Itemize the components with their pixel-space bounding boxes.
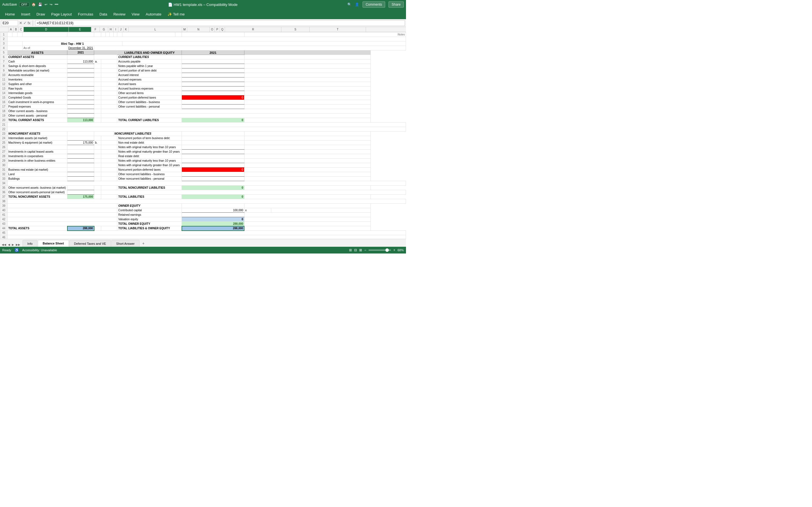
cell-f15[interactable] — [94, 96, 101, 100]
other-curr-biz-value[interactable] — [182, 100, 244, 105]
notes-lt10-value[interactable] — [182, 145, 244, 150]
menu-formulas[interactable]: Formulas — [75, 11, 96, 17]
col-header-h[interactable]: H — [108, 27, 113, 32]
other-noncurr-pers-value[interactable] — [182, 177, 244, 181]
cell-gap8[interactable] — [101, 64, 117, 68]
cell-gap26[interactable] — [101, 145, 117, 150]
land-value[interactable] — [67, 172, 94, 177]
menu-insert[interactable]: Insert — [18, 11, 33, 17]
cell-row22[interactable] — [7, 127, 406, 131]
cell-r9[interactable] — [244, 68, 371, 73]
tab-short-answer[interactable]: Short Answer — [111, 240, 139, 247]
cell-f35[interactable] — [94, 186, 101, 190]
cell-gap33[interactable] — [101, 177, 117, 181]
cash-inv-value[interactable] — [67, 100, 94, 105]
cell-f9[interactable] — [94, 68, 101, 73]
cell-row45[interactable] — [7, 231, 406, 235]
cell-r5b[interactable] — [244, 50, 371, 55]
col-header-q[interactable]: Q — [220, 27, 225, 32]
ret-earn-value[interactable] — [182, 213, 244, 217]
prepaid-value[interactable] — [67, 105, 94, 109]
cell-row39a[interactable] — [7, 204, 117, 208]
cell-gap35[interactable] — [101, 186, 117, 190]
menu-data[interactable]: Data — [97, 11, 110, 17]
cell-gap12[interactable] — [101, 82, 117, 87]
completed-value[interactable] — [67, 96, 94, 100]
cell-r4a[interactable] — [7, 46, 22, 50]
profile-icon[interactable]: 👤 — [355, 3, 359, 6]
tab-nav-next[interactable]: ▶ — [11, 242, 15, 247]
ar-value[interactable] — [67, 73, 94, 77]
other-accrued-value[interactable] — [182, 91, 244, 96]
cell-row38[interactable] — [7, 199, 406, 204]
col-header-e[interactable]: E — [69, 27, 91, 32]
cell-r6[interactable] — [244, 55, 371, 59]
cell-f33[interactable] — [94, 177, 101, 181]
cell-f19[interactable] — [94, 114, 101, 118]
cell-l1[interactable] — [122, 33, 175, 37]
formula-input[interactable] — [35, 20, 405, 26]
tab-deferred-taxes[interactable]: Deferred Taxes and VE — [69, 240, 111, 247]
cell-d1[interactable] — [22, 33, 67, 37]
zoom-in-button[interactable]: + — [393, 248, 395, 252]
cell-gap30[interactable] — [101, 163, 117, 168]
cell-b1[interactable] — [12, 33, 17, 37]
col-header-k[interactable]: K — [123, 27, 129, 32]
cell-n1[interactable] — [182, 33, 244, 37]
other-curr-pers-value[interactable] — [182, 105, 244, 109]
cell-f1[interactable] — [94, 33, 101, 37]
cell-row26d[interactable] — [7, 145, 67, 150]
cell-r27[interactable] — [244, 150, 371, 154]
val-eq-value[interactable]: 0 — [182, 217, 244, 222]
cell-row34[interactable] — [7, 181, 406, 186]
cell-row21[interactable] — [7, 122, 406, 127]
cell-row42a[interactable] — [7, 217, 117, 222]
total-nc-assets-value[interactable]: 175,000 — [67, 194, 94, 199]
col-header-d[interactable]: D — [24, 27, 69, 32]
cell-r10[interactable] — [244, 73, 371, 77]
total-oe-value[interactable]: 288,000 — [182, 222, 244, 226]
noncurr-def-tax-value[interactable]: 0 — [182, 168, 244, 172]
cell-f27[interactable] — [94, 150, 101, 154]
view-page-icon[interactable]: ⊟ — [354, 248, 357, 252]
cell-gap[interactable] — [94, 50, 117, 55]
cell-r24[interactable] — [244, 136, 371, 140]
cell-a1[interactable] — [7, 33, 12, 37]
cell-f10[interactable] — [94, 73, 101, 77]
cell-gap24[interactable] — [101, 136, 117, 140]
other-curr-biz-a-value[interactable] — [67, 109, 94, 114]
cell-e26[interactable] — [67, 145, 94, 150]
cell-n28[interactable] — [182, 154, 244, 159]
cell-r35[interactable] — [244, 186, 371, 190]
cell-gap23[interactable] — [94, 131, 113, 136]
accrued-biz-value[interactable] — [182, 87, 244, 91]
cell-gap6[interactable] — [94, 55, 117, 59]
accrued-taxes-value[interactable] — [182, 82, 244, 87]
add-sheet-button[interactable]: + — [140, 240, 147, 247]
re-gt10-value[interactable] — [182, 163, 244, 168]
buildings-value[interactable] — [67, 177, 94, 181]
inv-cap-value[interactable] — [67, 150, 94, 154]
cell-r29[interactable] — [244, 159, 371, 163]
cell-r32[interactable] — [244, 172, 371, 177]
cell-n6[interactable] — [182, 55, 244, 59]
search-icon[interactable]: 🔍 — [347, 3, 352, 6]
more-icon[interactable]: ••• — [55, 3, 58, 6]
cell-gap25[interactable] — [101, 140, 117, 145]
cell-gap7[interactable] — [101, 59, 117, 64]
curr-term-value[interactable] — [182, 68, 244, 73]
col-header-f[interactable]: F — [91, 27, 100, 32]
col-header-n[interactable]: N — [187, 27, 210, 32]
cell-e30[interactable] — [67, 163, 94, 168]
share-button[interactable]: Share — [389, 1, 404, 8]
cell-n39[interactable] — [182, 204, 244, 208]
cell-r37[interactable] — [244, 194, 371, 199]
cell-f28[interactable] — [94, 154, 101, 159]
menu-automate[interactable]: Automate — [143, 11, 164, 17]
cell-gap17[interactable] — [101, 105, 117, 109]
cell-r20[interactable] — [244, 118, 371, 122]
cell-r13[interactable] — [244, 87, 371, 91]
col-header-j[interactable]: J — [118, 27, 123, 32]
cell-row30d[interactable] — [7, 163, 67, 168]
total-liab-eq-value[interactable]: 288,000 — [182, 226, 244, 231]
